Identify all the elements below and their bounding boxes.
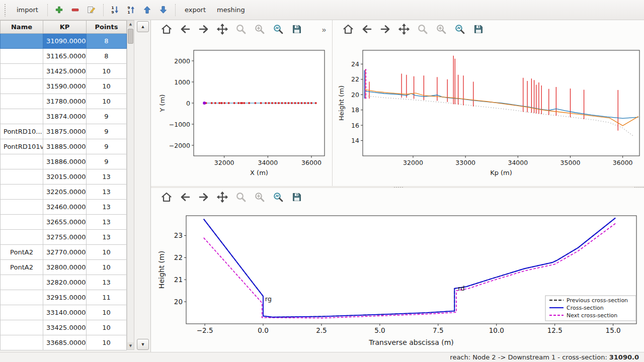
cell-name[interactable]	[1, 169, 43, 185]
cell-kp[interactable]: 31780.0000	[43, 94, 87, 109]
cell-points[interactable]: 10	[87, 245, 127, 260]
table-row[interactable]: 31425.000010	[1, 64, 127, 79]
cell-kp[interactable]: 32460.0000	[43, 200, 87, 215]
customize-button[interactable]	[452, 22, 467, 37]
move-down-button[interactable]	[156, 3, 171, 17]
cell-kp[interactable]: 31874.0000	[43, 109, 87, 124]
cell-name[interactable]: PontA2	[1, 245, 43, 260]
cell-kp[interactable]: 32755.0000	[43, 230, 87, 245]
sort-ascending-button[interactable]: 19	[108, 3, 122, 17]
subplots-button[interactable]	[252, 190, 267, 205]
cell-kp[interactable]: 31165.0000	[43, 49, 87, 64]
cell-points[interactable]: 13	[87, 200, 127, 215]
cell-points[interactable]: 13	[87, 185, 127, 200]
cell-points[interactable]: 13	[87, 230, 127, 245]
cell-kp[interactable]: 32820.0000	[43, 275, 87, 290]
cell-kp[interactable]: 33685.0000	[43, 335, 87, 350]
cell-kp[interactable]: 31590.0000	[43, 79, 87, 94]
import-button[interactable]: import	[12, 4, 43, 16]
table-row[interactable]: 31874.00009	[1, 109, 127, 124]
cell-points[interactable]: 10	[87, 64, 127, 79]
cell-kp[interactable]: 31425.0000	[43, 64, 87, 79]
forward-button[interactable]	[196, 22, 211, 37]
column-header-name[interactable]: Name	[1, 21, 43, 34]
table-row[interactable]: PontRD101v31885.00009	[1, 139, 127, 154]
zoom-button[interactable]	[233, 22, 249, 37]
cell-name[interactable]	[1, 94, 43, 109]
table-row[interactable]: PontA232800.000010	[1, 260, 127, 275]
table-row[interactable]: 31165.00008	[1, 49, 127, 64]
forward-button[interactable]	[378, 22, 393, 37]
cell-points[interactable]: 8	[87, 49, 127, 64]
cell-name[interactable]	[1, 154, 43, 169]
table-row[interactable]: 31886.00009	[1, 154, 127, 169]
cell-points[interactable]: 13	[87, 275, 127, 290]
save-button[interactable]	[289, 190, 304, 205]
table-row[interactable]: 32655.000013	[1, 215, 127, 230]
cell-name[interactable]: PontRD101v	[1, 139, 43, 154]
cell-kp[interactable]: 32655.0000	[43, 215, 87, 230]
column-header-kp[interactable]: KP	[43, 21, 87, 34]
cell-points[interactable]: 10	[87, 305, 127, 320]
scroll-down-arrow-icon[interactable]: ▼	[127, 342, 134, 349]
sort-descending-button[interactable]: 91	[124, 3, 138, 17]
pan-button[interactable]	[215, 190, 230, 205]
cell-name[interactable]	[1, 34, 43, 49]
zoom-button[interactable]	[233, 190, 249, 205]
cell-points[interactable]: 10	[87, 320, 127, 335]
cell-name[interactable]	[1, 64, 43, 79]
customize-button[interactable]	[271, 190, 286, 205]
column-header-points[interactable]: Points	[87, 21, 127, 34]
table-row[interactable]: 33425.000010	[1, 320, 127, 335]
cell-kp[interactable]: 32770.0000	[43, 245, 87, 260]
back-button[interactable]	[359, 22, 374, 37]
scroll-up-arrow-icon[interactable]: ▲	[127, 21, 134, 28]
table-scrollbar[interactable]: ▲ ▼	[127, 20, 134, 350]
plan-view-chart[interactable]: 320003400036000200010000−1000−2000X (m)Y…	[151, 38, 332, 186]
cell-name[interactable]: PontRD10...	[1, 124, 43, 139]
cell-name[interactable]	[1, 79, 43, 94]
cell-kp[interactable]: 32915.0000	[43, 290, 87, 305]
cell-name[interactable]	[1, 320, 43, 335]
toolbar-overflow-button[interactable]: »	[319, 22, 329, 37]
subplots-button[interactable]	[434, 22, 449, 37]
meshing-button[interactable]: meshing	[212, 4, 250, 16]
cell-name[interactable]	[1, 215, 43, 230]
navigate-next-section-button[interactable]: ▼	[137, 339, 149, 350]
cell-kp[interactable]: 33425.0000	[43, 320, 87, 335]
move-up-button[interactable]	[140, 3, 154, 17]
table-row[interactable]: 32205.000013	[1, 185, 127, 200]
cell-points[interactable]: 9	[87, 124, 127, 139]
cell-kp[interactable]: 32205.0000	[43, 185, 87, 200]
remove-cross-section-button[interactable]	[68, 3, 83, 17]
cross-section-chart[interactable]: rgrd−2.50.02.55.07.510.012.515.020212223…	[151, 206, 644, 352]
cell-points[interactable]: 13	[87, 169, 127, 185]
cell-kp[interactable]: 33140.0000	[43, 305, 87, 320]
pan-button[interactable]	[215, 22, 230, 37]
cell-name[interactable]: PontA2	[1, 260, 43, 275]
forward-button[interactable]	[196, 190, 211, 205]
table-row[interactable]: 31590.000010	[1, 79, 127, 94]
back-button[interactable]	[178, 190, 193, 205]
pan-button[interactable]	[396, 22, 412, 37]
save-button[interactable]	[289, 22, 304, 37]
back-button[interactable]	[178, 22, 193, 37]
zoom-button[interactable]	[415, 22, 430, 37]
cell-points[interactable]: 10	[87, 94, 127, 109]
cell-points[interactable]: 11	[87, 290, 127, 305]
cell-points[interactable]: 10	[87, 79, 127, 94]
table-row[interactable]: 33685.000010	[1, 335, 127, 350]
cell-name[interactable]	[1, 230, 43, 245]
home-button[interactable]	[341, 22, 356, 37]
cell-points[interactable]: 8	[87, 34, 127, 49]
cell-name[interactable]	[1, 109, 43, 124]
cell-kp[interactable]: 31875.0000	[43, 124, 87, 139]
cell-name[interactable]	[1, 335, 43, 350]
table-row[interactable]: 32015.000013	[1, 169, 127, 185]
cell-points[interactable]: 10	[87, 335, 127, 350]
navigate-previous-section-button[interactable]: ▲	[137, 21, 149, 32]
cell-kp[interactable]: 31886.0000	[43, 154, 87, 169]
cell-kp[interactable]: 32800.0000	[43, 260, 87, 275]
home-button[interactable]	[159, 190, 174, 205]
cell-kp[interactable]: 31090.0000	[43, 34, 87, 49]
